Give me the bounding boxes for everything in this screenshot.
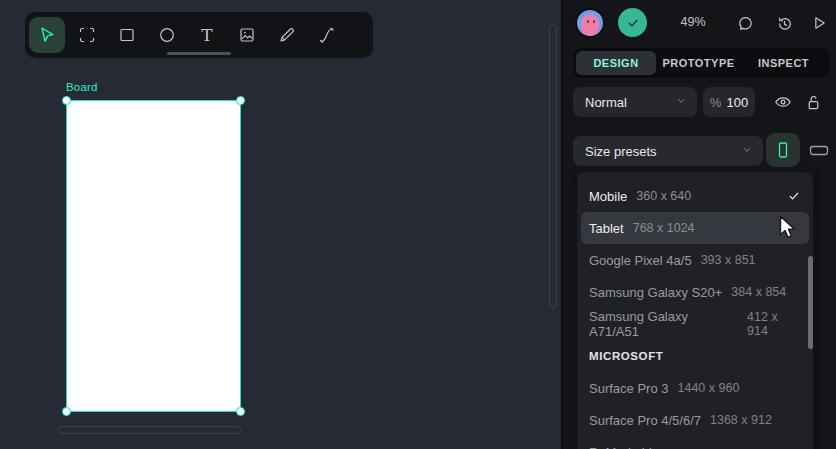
preset-dimensions: 768 x 1024 bbox=[633, 221, 695, 235]
menu-item-mobile[interactable]: Mobile360 x 640 bbox=[577, 180, 813, 212]
avatar-eye bbox=[593, 20, 595, 23]
image-tool[interactable] bbox=[227, 12, 267, 58]
rectangle-tool[interactable] bbox=[107, 12, 147, 58]
tab-design[interactable]: DESIGN bbox=[576, 51, 656, 75]
preset-dimensions: 1440 x 960 bbox=[678, 381, 740, 395]
preset-name: Tablet bbox=[589, 221, 624, 236]
right-panel: 49% DESIGN PROTOTYPE INSPECT Normal % 10… bbox=[565, 0, 836, 449]
check-icon bbox=[787, 189, 801, 203]
phone-landscape-icon bbox=[808, 140, 830, 160]
play-button[interactable] bbox=[808, 12, 830, 34]
text-icon: T bbox=[201, 27, 212, 44]
board-label[interactable]: Board bbox=[66, 81, 98, 93]
chevron-down-icon bbox=[741, 144, 753, 159]
preset-name: ReMarkable bbox=[589, 445, 659, 449]
menu-item-surface-pro-4-5-6-7[interactable]: Surface Pro 4/5/6/71368 x 912 bbox=[577, 404, 813, 436]
tab-inspect[interactable]: INSPECT bbox=[741, 51, 826, 75]
opacity-value: 100 bbox=[726, 95, 748, 110]
preset-name: Google Pixel 4a/5 bbox=[589, 253, 692, 268]
panel-tabbar: DESIGN PROTOTYPE INSPECT bbox=[573, 48, 829, 78]
board-artboard[interactable] bbox=[66, 100, 241, 412]
zoom-level[interactable]: 49% bbox=[673, 15, 713, 29]
size-presets-menu: Mobile360 x 640Tablet768 x 1024Google Pi… bbox=[577, 172, 813, 449]
image-icon bbox=[237, 25, 257, 45]
menu-item-samsung-galaxy-a71-a51[interactable]: Samsung Galaxy A71/A51412 x 914 bbox=[577, 308, 813, 340]
resize-handle-top-right[interactable] bbox=[236, 96, 245, 105]
history-button[interactable] bbox=[773, 12, 795, 34]
eye-icon bbox=[773, 92, 793, 112]
menu-scrollbar-thumb[interactable] bbox=[808, 256, 813, 349]
panel-header: 49% bbox=[565, 0, 836, 46]
tab-prototype[interactable]: PROTOTYPE bbox=[656, 51, 741, 75]
opacity-input[interactable]: % 100 bbox=[703, 87, 755, 117]
board-tool[interactable] bbox=[67, 12, 107, 58]
opacity-prefix: % bbox=[710, 95, 722, 110]
toolbar-drag-handle[interactable] bbox=[167, 52, 231, 55]
blend-mode-select[interactable]: Normal bbox=[573, 87, 697, 117]
menu-item-tablet[interactable]: Tablet768 x 1024 bbox=[581, 212, 809, 244]
menu-item-remarkable[interactable]: ReMarkable bbox=[577, 436, 813, 449]
preset-name: Mobile bbox=[589, 189, 627, 204]
saved-check-button[interactable] bbox=[618, 8, 647, 37]
menu-item-google-pixel-4a-5[interactable]: Google Pixel 4a/5393 x 851 bbox=[577, 244, 813, 276]
menu-item-samsung-galaxy-s20-[interactable]: Samsung Galaxy S20+384 x 854 bbox=[577, 276, 813, 308]
main-toolbar: T bbox=[25, 12, 373, 58]
rectangle-icon bbox=[117, 25, 137, 45]
check-icon bbox=[625, 15, 641, 31]
pencil-icon bbox=[277, 25, 297, 45]
canvas-area[interactable]: T Board bbox=[0, 0, 563, 449]
lock-toggle[interactable] bbox=[802, 91, 824, 113]
avatar-eye bbox=[587, 20, 589, 23]
preset-name: Surface Pro 3 bbox=[589, 381, 669, 396]
comment-icon bbox=[736, 14, 755, 33]
preset-dimensions: 360 x 640 bbox=[636, 189, 691, 203]
cursor-icon bbox=[37, 25, 57, 45]
history-icon bbox=[775, 14, 794, 33]
canvas-vertical-scrollbar[interactable] bbox=[549, 24, 557, 308]
size-presets-list: Mobile360 x 640Tablet768 x 1024Google Pi… bbox=[577, 180, 813, 449]
visibility-toggle[interactable] bbox=[772, 91, 794, 113]
resize-handle-bottom-left[interactable] bbox=[62, 407, 71, 416]
select-tool[interactable] bbox=[27, 12, 67, 58]
avatar-character bbox=[581, 14, 599, 36]
curve-icon bbox=[317, 25, 337, 45]
menu-section-header: MICROSOFT bbox=[577, 340, 813, 372]
orientation-landscape-button[interactable] bbox=[802, 133, 836, 167]
resize-handle-bottom-right[interactable] bbox=[236, 407, 245, 416]
pencil-tool[interactable] bbox=[267, 12, 307, 58]
phone-portrait-icon bbox=[773, 140, 793, 160]
orientation-portrait-button[interactable] bbox=[766, 133, 800, 167]
preset-dimensions: 412 x 914 bbox=[747, 310, 801, 338]
preset-name: Surface Pro 4/5/6/7 bbox=[589, 413, 701, 428]
resize-handle-top-left[interactable] bbox=[62, 96, 71, 105]
blend-mode-value: Normal bbox=[585, 95, 627, 110]
menu-item-surface-pro-3[interactable]: Surface Pro 31440 x 960 bbox=[577, 372, 813, 404]
preset-name: Samsung Galaxy S20+ bbox=[589, 285, 722, 300]
comment-button[interactable] bbox=[734, 12, 756, 34]
curve-tool[interactable] bbox=[307, 12, 347, 58]
size-presets-select[interactable]: Size presets bbox=[573, 136, 763, 166]
play-icon bbox=[810, 14, 828, 32]
board-icon bbox=[77, 25, 97, 45]
size-presets-label: Size presets bbox=[585, 144, 657, 159]
preset-name: Samsung Galaxy A71/A51 bbox=[589, 309, 738, 339]
avatar[interactable] bbox=[575, 8, 605, 38]
canvas-horizontal-scrollbar[interactable] bbox=[58, 426, 241, 434]
preset-dimensions: 393 x 851 bbox=[701, 253, 756, 267]
ellipse-icon bbox=[157, 25, 177, 45]
unlock-icon bbox=[804, 93, 823, 112]
chevron-down-icon bbox=[675, 95, 687, 110]
preset-dimensions: 384 x 854 bbox=[731, 285, 786, 299]
preset-dimensions: 1368 x 912 bbox=[710, 413, 772, 427]
